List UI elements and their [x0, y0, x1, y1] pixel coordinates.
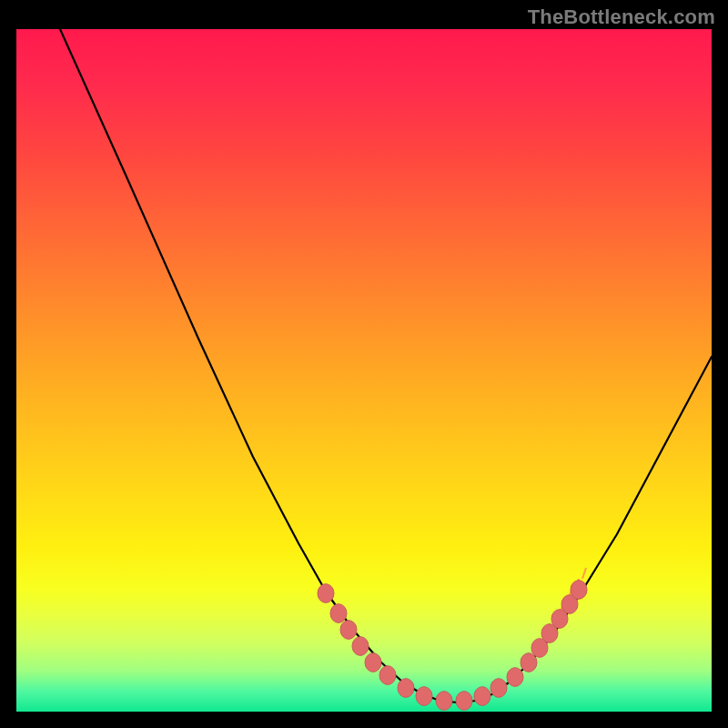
- chart-frame: [16, 29, 712, 712]
- watermark-label: TheBottleneck.com: [528, 5, 715, 29]
- highlight-dot: [571, 581, 587, 600]
- chart-svg: [16, 29, 712, 712]
- highlight-dot: [352, 637, 369, 656]
- highlight-dot: [340, 621, 357, 640]
- highlight-dot: [456, 692, 472, 711]
- highlight-dot: [474, 687, 490, 706]
- highlight-dot: [416, 687, 432, 706]
- bottleneck-curve: [60, 29, 712, 703]
- highlight-dot: [490, 679, 507, 698]
- highlight-dot: [507, 668, 523, 687]
- highlight-dot: [521, 653, 537, 672]
- highlight-dot: [365, 653, 381, 672]
- highlight-dots-group: [318, 581, 587, 711]
- highlight-dot: [330, 604, 347, 623]
- minor-tick: [582, 568, 586, 579]
- highlight-dot: [436, 692, 452, 711]
- highlight-dot: [318, 584, 334, 603]
- highlight-dot: [379, 666, 396, 685]
- highlight-dot: [398, 679, 414, 698]
